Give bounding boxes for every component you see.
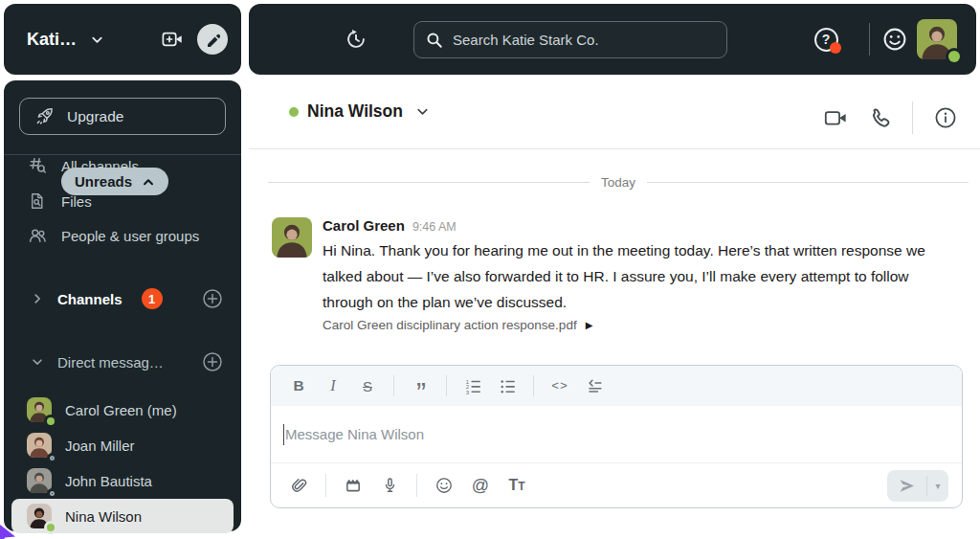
compose-button[interactable] — [197, 24, 228, 55]
sidebar-item-label: Files — [61, 193, 92, 210]
message-input[interactable] — [285, 426, 949, 442]
dm-item-joan-miller[interactable]: Joan Miller — [11, 428, 234, 462]
composer-action-bar: @ TT ▾ — [271, 462, 962, 507]
conversation-title-button[interactable]: Nina Wilson — [289, 101, 430, 122]
ordered-list-icon: 1 2 3 — [465, 378, 481, 394]
chevron-right-icon — [31, 292, 44, 305]
help-button[interactable]: ? — [812, 25, 840, 54]
presence-indicator — [289, 107, 299, 117]
chevron-up-icon — [142, 175, 155, 189]
info-icon — [934, 106, 957, 129]
code-button[interactable]: <> — [546, 372, 574, 399]
user-avatar[interactable] — [917, 19, 957, 59]
blockquote-button[interactable]: ” — [406, 372, 434, 399]
dm-name: John Bautista — [65, 473, 152, 489]
avatar — [27, 504, 52, 528]
upgrade-label: Upgrade — [67, 108, 123, 125]
channels-label: Channels — [57, 291, 122, 307]
dm-section-label: Direct messag… — [57, 354, 164, 371]
chevron-down-icon[interactable] — [90, 33, 104, 47]
message-author[interactable]: Carol Green — [323, 217, 405, 234]
caret-down-icon: ▾ — [935, 481, 940, 491]
sidebar-item-label: People & user groups — [61, 228, 199, 244]
emoji-status-icon — [882, 27, 907, 52]
emoji-status-button[interactable] — [882, 27, 907, 52]
add-dm-button[interactable] — [201, 350, 224, 373]
info-button[interactable] — [934, 106, 957, 129]
chevron-down-icon — [415, 104, 430, 119]
unreads-pill[interactable]: Unreads — [61, 168, 168, 195]
avatar — [27, 433, 52, 458]
attachment-toggle[interactable]: Carol Green disciplinary action response… — [323, 318, 592, 332]
help-icon: ? — [814, 28, 838, 52]
presence-indicator — [47, 417, 55, 425]
toolbar-divider — [393, 375, 394, 396]
dm-item-john-bautista[interactable]: John Bautista — [11, 463, 234, 498]
svg-text:3: 3 — [465, 389, 469, 393]
send-button[interactable] — [887, 470, 926, 502]
text-caret — [283, 424, 284, 445]
phone-call-button[interactable] — [869, 107, 891, 129]
sidebar-item-people[interactable]: People & user groups — [4, 221, 241, 250]
search-box[interactable] — [413, 21, 727, 58]
channel-browser-icon — [29, 157, 46, 174]
text-format-button[interactable]: TT — [502, 472, 531, 499]
ordered-list-button[interactable]: 1 2 3 — [458, 372, 487, 399]
composer-input-row — [271, 406, 962, 462]
workspace-name[interactable]: Kati… — [27, 30, 77, 50]
toolbar-divider — [416, 474, 417, 497]
divider-line — [647, 182, 969, 183]
avatar — [27, 397, 52, 422]
video-clip-icon — [345, 477, 362, 494]
text-format-icon: TT — [508, 476, 524, 495]
dm-item-nina-wilson[interactable]: Nina Wilson — [11, 499, 234, 533]
rocket-icon — [35, 107, 54, 125]
date-label: Today — [601, 175, 635, 190]
phone-call-icon — [869, 107, 891, 129]
presence-indicator — [50, 456, 55, 460]
history-icon — [345, 28, 368, 51]
send-icon — [899, 478, 915, 494]
code-block-button[interactable] — [580, 372, 609, 399]
dm-name: Nina Wilson — [65, 508, 142, 525]
send-button-group: ▾ — [887, 470, 948, 502]
search-input[interactable] — [453, 32, 715, 48]
strikethrough-button[interactable]: S — [353, 372, 382, 399]
toolbar-divider — [533, 375, 534, 396]
bullet-list-icon — [500, 378, 516, 394]
toolbar-divider — [325, 474, 326, 497]
presence-indicator — [47, 524, 55, 531]
emoji-icon — [435, 477, 453, 494]
audio-clip-button[interactable] — [375, 472, 404, 499]
video-call-button[interactable] — [824, 107, 848, 128]
divider-line — [268, 182, 590, 183]
emoji-button[interactable] — [430, 472, 458, 499]
toolbar-divider — [446, 375, 447, 396]
conversation-title: Nina Wilson — [307, 101, 403, 122]
bold-button[interactable]: B — [284, 372, 313, 399]
dm-name: Joan Miller — [65, 438, 135, 454]
dm-item-carol-green[interactable]: Carol Green (me) — [11, 393, 234, 427]
attach-button[interactable] — [284, 472, 313, 499]
send-options-button[interactable]: ▾ — [927, 470, 948, 502]
mention-button[interactable]: @ — [466, 472, 495, 499]
message-text: Hi Nina. Thank you for hearing me out in… — [323, 237, 940, 315]
video-call-icon — [824, 107, 848, 128]
microphone-icon — [382, 477, 398, 494]
new-huddle-button[interactable] — [162, 30, 184, 49]
history-button[interactable] — [345, 28, 368, 51]
avatar — [27, 468, 52, 493]
notification-dot — [830, 42, 841, 54]
dm-section-header[interactable]: Direct messag… — [4, 348, 241, 376]
channels-section-header[interactable]: Channels 1 — [4, 284, 241, 313]
bullet-list-button[interactable] — [493, 372, 522, 399]
upgrade-button[interactable]: Upgrade — [19, 98, 226, 135]
chevron-down-icon — [31, 355, 44, 369]
avatar[interactable] — [272, 217, 312, 258]
message: Carol Green 9:46 AM Hi Nina. Thank you f… — [272, 217, 940, 332]
video-clip-button[interactable] — [339, 472, 368, 499]
add-channel-button[interactable] — [201, 287, 224, 310]
top-bar: ? — [249, 4, 976, 75]
mention-icon: @ — [472, 476, 489, 496]
italic-button[interactable]: I — [319, 372, 347, 399]
